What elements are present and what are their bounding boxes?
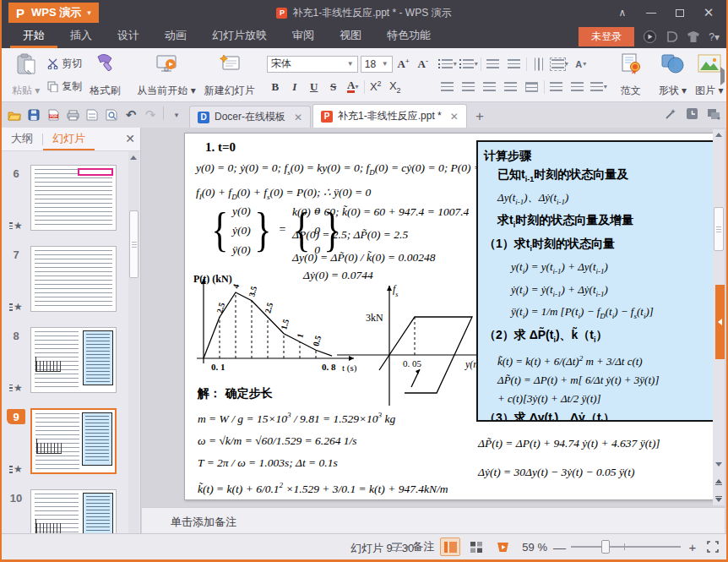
scroll-up-icon[interactable]	[715, 133, 722, 137]
decrease-indent-button[interactable]	[484, 55, 503, 74]
text-box-button[interactable]: ▾	[551, 55, 569, 74]
collapse-ribbon-icon[interactable]: ∧	[610, 3, 635, 22]
wps-logo[interactable]: P WPS 演示 ▾	[8, 3, 99, 23]
export-pdf-icon[interactable]: PDF	[45, 106, 62, 123]
font-size-select[interactable]: 18▼	[361, 56, 393, 73]
char-scale-button[interactable]: A▾	[572, 55, 590, 74]
slide-thumbnail[interactable]	[30, 408, 117, 474]
tab-close-icon[interactable]: ✕	[450, 111, 459, 123]
fit-to-window-button[interactable]	[704, 538, 721, 555]
strikethrough-button[interactable]: S	[325, 79, 342, 95]
editor-scroll-thumb[interactable]	[714, 207, 724, 251]
zoom-slider-knob[interactable]	[601, 540, 610, 554]
login-button[interactable]: 未登录	[579, 27, 634, 46]
paragraph-spacing-button[interactable]	[568, 78, 587, 96]
minimize-button[interactable]: —	[638, 3, 664, 22]
justify-button[interactable]	[502, 78, 520, 96]
zoom-slider[interactable]	[571, 538, 681, 555]
zoom-out-button[interactable]: —	[553, 540, 565, 554]
sidebar-scrollbar[interactable]	[128, 151, 139, 533]
menu-item-1[interactable]: 插入	[57, 25, 105, 48]
print-icon[interactable]	[64, 106, 81, 123]
menu-item-4[interactable]: 幻灯片放映	[199, 25, 280, 48]
slides-tab[interactable]: 幻灯片	[43, 128, 95, 150]
member-center-icon[interactable]	[643, 30, 656, 44]
scroll-up-icon[interactable]	[130, 156, 137, 160]
preview-doc-icon[interactable]	[103, 106, 120, 123]
align-left-button[interactable]	[438, 78, 457, 96]
save-icon[interactable]	[25, 106, 42, 123]
normal-view-button[interactable]	[440, 537, 460, 556]
slide-thumbnail-row-9[interactable]: 9★	[5, 408, 125, 476]
menu-item-2[interactable]: 设计	[105, 25, 152, 48]
menu-item-3[interactable]: 动画	[152, 25, 199, 48]
zoom-in-button[interactable]: +	[687, 540, 698, 554]
menu-item-0[interactable]: 开始	[10, 25, 57, 48]
maximize-button[interactable]	[667, 3, 693, 22]
calculation-steps-box[interactable]: 计算步骤已知ti-1时刻的状态向量及Δy(ti-1)、Δẏ(ti-1)求ti时刻…	[476, 140, 718, 422]
underline-button[interactable]: U	[306, 79, 323, 95]
line-spacing-options-button[interactable]: ▾	[589, 78, 608, 96]
slide-thumbnail[interactable]	[30, 246, 117, 312]
subscript-button[interactable]: X2	[387, 79, 404, 95]
slide-sorter-button[interactable]	[466, 537, 486, 556]
play-from-current-button[interactable]: 从当前开始 ▾	[133, 51, 199, 100]
text-direction-button[interactable]	[530, 55, 548, 74]
font-color-button[interactable]: A ▾	[345, 79, 361, 95]
magic-wand-icon[interactable]	[664, 107, 677, 123]
align-center-button[interactable]	[459, 78, 478, 96]
slide-thumbnail-row-6[interactable]: 6★	[5, 165, 125, 232]
undo-icon[interactable]: ↶	[122, 106, 139, 123]
new-slide-button[interactable]: 新建幻灯片	[200, 51, 259, 100]
previous-slide-button[interactable]	[715, 479, 722, 486]
paste-button[interactable]: 粘贴 ▾	[8, 51, 44, 100]
bold-button[interactable]: B	[267, 79, 284, 95]
task-pane-toggle[interactable]	[715, 285, 725, 359]
notes-toggle-button[interactable]: ▾ 备注	[392, 539, 434, 554]
slide-thumbnail[interactable]	[30, 165, 117, 231]
slide-thumbnail[interactable]	[30, 489, 117, 533]
slide-thumbnail-row-8[interactable]: 8★	[5, 327, 125, 395]
format-painter-button[interactable]: 格式刷	[85, 51, 124, 100]
grow-font-button[interactable]: A+	[395, 56, 412, 73]
menu-item-5[interactable]: 审阅	[280, 25, 327, 48]
open-file-icon[interactable]	[6, 106, 23, 123]
slideshow-button[interactable]	[492, 537, 513, 556]
shrink-font-button[interactable]: A-	[415, 56, 432, 73]
scroll-down-icon[interactable]	[715, 462, 722, 467]
menu-item-6[interactable]: 视图	[327, 25, 374, 48]
line-spacing-button[interactable]	[547, 78, 566, 96]
fanwen-button[interactable]: 范文	[616, 51, 646, 100]
quick-access-more-icon[interactable]: ▾	[168, 106, 185, 123]
slide-thumbnail-row-10[interactable]: 10★	[5, 489, 125, 533]
slide-canvas[interactable]: 1. t=0 y(0) = 0; ẏ(0) = 0; fs(0) = ky(0)…	[184, 133, 716, 500]
outline-tab[interactable]: 大纲	[2, 128, 42, 150]
next-slide-button[interactable]	[715, 496, 722, 503]
sidebar-scroll-thumb[interactable]	[129, 210, 139, 278]
document-tab-0[interactable]: DDocer-在线模板✕	[189, 106, 311, 128]
print-preview-icon[interactable]	[84, 106, 101, 123]
history-icon[interactable]	[686, 107, 698, 123]
copy-button[interactable]: 复制	[44, 79, 85, 95]
close-panel-icon[interactable]: ✕	[125, 132, 135, 145]
ribbon-more-arrow-icon[interactable]	[720, 70, 725, 82]
redo-icon[interactable]: ↷	[142, 106, 159, 123]
numbering-button[interactable]: ▾	[459, 55, 478, 74]
bullets-button[interactable]: ▾	[438, 55, 457, 74]
tab-close-icon[interactable]: ✕	[294, 112, 302, 123]
cut-button[interactable]: 剪切	[44, 56, 85, 72]
superscript-button[interactable]: X2	[367, 79, 384, 95]
help-icon[interactable]: ?▾	[709, 31, 720, 43]
docer-icon[interactable]	[665, 30, 678, 44]
font-name-select[interactable]: 宋体▼	[267, 56, 358, 73]
skin-icon[interactable]	[687, 30, 700, 44]
menu-item-7[interactable]: 特色功能	[374, 25, 443, 48]
distribute-button[interactable]	[523, 78, 541, 96]
slide-thumbnail-row-7[interactable]: 7★	[5, 246, 125, 314]
document-tab-1[interactable]: P补充1-非线性反应.ppt *✕	[312, 104, 467, 128]
align-right-button[interactable]	[481, 78, 499, 96]
window-arrange-icon[interactable]	[707, 108, 721, 123]
increase-indent-button[interactable]	[505, 55, 524, 74]
close-button[interactable]: ✕	[696, 3, 721, 22]
italic-button[interactable]: I	[286, 79, 303, 95]
